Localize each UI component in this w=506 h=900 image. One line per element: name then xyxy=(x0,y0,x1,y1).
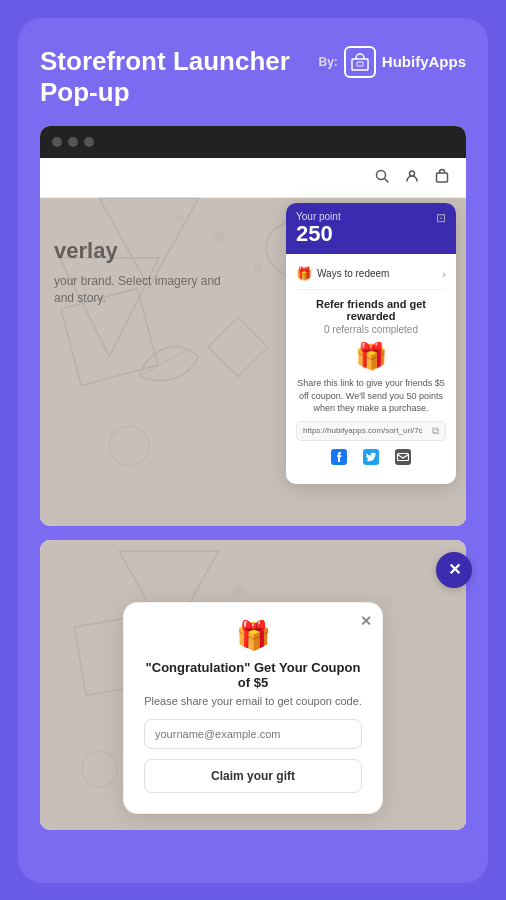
svg-marker-13 xyxy=(208,317,267,376)
second-panel: ✕ 🎁 "Congratulation" Get Your Coupon of … xyxy=(40,540,466,830)
email-input[interactable] xyxy=(144,719,362,749)
overlay-desc: your brand. Select imagery and and story… xyxy=(54,273,221,307)
overlay-desc-line2: and story. xyxy=(54,291,106,305)
claim-gift-button[interactable]: Claim your gift xyxy=(144,759,362,793)
refer-url-row: https://hubifyapps.com/sort_url/7c ⧉ xyxy=(296,421,446,441)
ways-redeem-left: 🎁 Ways to redeem xyxy=(296,266,389,281)
points-header: Your point 250 ⊡ xyxy=(286,203,456,254)
coupon-popup: ✕ 🎁 "Congratulation" Get Your Coupon of … xyxy=(123,602,383,814)
refer-desc: Share this link to give your friends $5 … xyxy=(296,377,446,415)
refer-url-text: https://hubifyapps.com/sort_url/7c xyxy=(303,426,428,435)
coupon-gift-icon: 🎁 xyxy=(144,619,362,652)
brand-icon xyxy=(344,46,376,78)
close-button[interactable]: ✕ xyxy=(436,552,472,588)
browser-dot-3 xyxy=(84,137,94,147)
svg-rect-0 xyxy=(352,59,368,70)
points-info: Your point 250 xyxy=(296,211,341,246)
points-expand-icon[interactable]: ⊡ xyxy=(436,211,446,225)
second-bg: ✕ 🎁 "Congratulation" Get Your Coupon of … xyxy=(40,540,466,830)
title-line1: Storefront Launcher xyxy=(40,46,290,77)
coupon-title: "Congratulation" Get Your Coupon of $5 xyxy=(144,660,362,690)
social-row xyxy=(296,449,446,472)
svg-point-26 xyxy=(82,751,118,787)
copy-icon[interactable]: ⧉ xyxy=(432,425,439,437)
svg-point-27 xyxy=(381,595,393,607)
twitter-icon[interactable] xyxy=(363,449,379,468)
by-label: By: xyxy=(318,55,337,69)
gift-small-icon: 🎁 xyxy=(296,266,312,281)
refer-title: Refer friends and get rewarded xyxy=(296,298,446,322)
ways-redeem-row[interactable]: 🎁 Ways to redeem › xyxy=(296,262,446,290)
points-label: Your point xyxy=(296,211,341,222)
points-body: 🎁 Ways to redeem › Refer friends and get… xyxy=(286,254,456,484)
brand-name: HubifyApps xyxy=(382,53,466,70)
page-header: Storefront Launcher Pop-up By: HubifyApp… xyxy=(40,46,466,108)
title-line2: Pop-up xyxy=(40,77,290,108)
browser-content: verlay your brand. Select imagery and an… xyxy=(40,158,466,526)
refer-count: 0 referrals completed xyxy=(296,324,446,335)
outer-card: Storefront Launcher Pop-up By: HubifyApp… xyxy=(18,18,488,883)
svg-point-11 xyxy=(175,214,183,222)
facebook-icon[interactable] xyxy=(331,449,347,468)
coupon-close-button[interactable]: ✕ xyxy=(360,613,372,629)
svg-point-9 xyxy=(212,232,224,244)
ways-redeem-label: Ways to redeem xyxy=(317,268,389,279)
svg-point-14 xyxy=(109,426,149,466)
second-browser-mockup: ✕ 🎁 "Congratulation" Get Your Coupon of … xyxy=(40,540,466,830)
overlay-desc-line1: your brand. Select imagery and xyxy=(54,274,221,288)
svg-point-23 xyxy=(233,586,243,596)
points-popup: Your point 250 ⊡ 🎁 Ways to redeem › R xyxy=(286,203,456,484)
gift-big-icon: 🎁 xyxy=(296,341,446,372)
coupon-desc: Please share your email to get coupon co… xyxy=(144,695,362,707)
svg-rect-1 xyxy=(357,62,363,66)
browser-mockup: verlay your brand. Select imagery and an… xyxy=(40,126,466,526)
browser-dot-2 xyxy=(68,137,78,147)
browser-dot-1 xyxy=(52,137,62,147)
email-icon[interactable] xyxy=(395,449,411,468)
browser-bar xyxy=(40,126,466,158)
page-title: Storefront Launcher Pop-up xyxy=(40,46,290,108)
chevron-right-icon: › xyxy=(442,268,446,280)
overlay-title: verlay xyxy=(54,238,118,264)
svg-point-10 xyxy=(254,264,262,272)
points-value: 250 xyxy=(296,222,341,246)
brand-logo: By: HubifyApps xyxy=(318,46,466,78)
refer-section: Refer friends and get rewarded 0 referra… xyxy=(296,290,446,476)
